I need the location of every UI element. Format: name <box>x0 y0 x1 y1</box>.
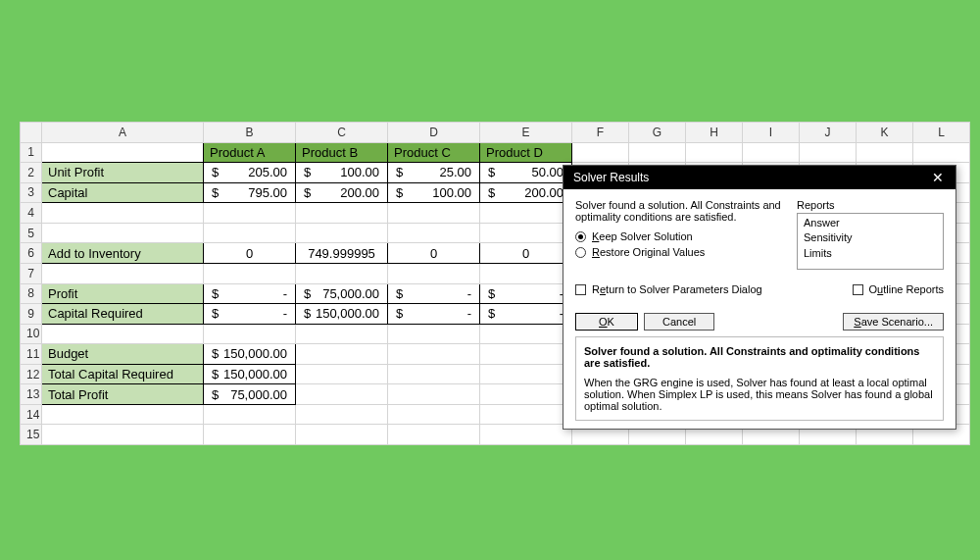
cell-D9[interactable]: $- <box>388 304 480 325</box>
cell-E1[interactable]: Product D <box>480 142 572 163</box>
cell[interactable] <box>629 142 686 163</box>
report-option-sensitivity[interactable]: Sensitivity <box>804 230 937 245</box>
cell[interactable] <box>480 384 572 405</box>
close-icon[interactable]: ✕ <box>926 170 950 185</box>
cell[interactable] <box>572 142 629 163</box>
save-scenario-button[interactable]: Save Scenario... <box>843 313 944 331</box>
cell-B9[interactable]: $- <box>204 304 296 325</box>
cell-A8[interactable]: Profit <box>42 283 204 304</box>
row-header[interactable]: 11 <box>21 344 42 365</box>
cell[interactable] <box>480 344 572 365</box>
row-header[interactable]: 3 <box>21 182 42 203</box>
cell-A2[interactable]: Unit Profit <box>42 163 204 183</box>
col-header-B[interactable]: B <box>204 123 296 143</box>
cell[interactable] <box>480 404 572 425</box>
row-header[interactable]: 4 <box>21 203 42 224</box>
cell[interactable] <box>388 203 480 224</box>
col-header-F[interactable]: F <box>572 123 629 143</box>
table-row[interactable]: 1 Product A Product B Product C Product … <box>21 142 970 163</box>
row-header[interactable]: 5 <box>21 223 42 243</box>
cell-D2[interactable]: $25.00 <box>388 163 480 183</box>
cell-A1[interactable] <box>42 142 204 163</box>
cancel-button[interactable]: Cancel <box>644 313 714 331</box>
cell-E2[interactable]: $50.00 <box>480 163 572 183</box>
cell-C3[interactable]: $200.00 <box>296 182 388 203</box>
cell[interactable] <box>204 324 296 344</box>
row-header[interactable]: 9 <box>21 304 42 325</box>
cell[interactable] <box>204 223 296 243</box>
report-option-limits[interactable]: Limits <box>804 246 937 261</box>
cell-C1[interactable]: Product B <box>296 142 388 163</box>
cell-B2[interactable]: $205.00 <box>204 163 296 183</box>
cell[interactable] <box>913 142 970 163</box>
cell[interactable] <box>388 324 480 344</box>
cell[interactable] <box>388 425 480 445</box>
cell[interactable] <box>42 324 204 344</box>
cell-B3[interactable]: $795.00 <box>204 182 296 203</box>
cell[interactable] <box>480 425 572 445</box>
col-header-C[interactable]: C <box>296 123 388 143</box>
cell[interactable] <box>743 142 800 163</box>
cell-B1[interactable]: Product A <box>204 142 296 163</box>
cell[interactable] <box>296 384 388 405</box>
cell[interactable] <box>204 404 296 425</box>
cell[interactable] <box>296 425 388 445</box>
cell[interactable] <box>204 425 296 445</box>
row-header[interactable]: 8 <box>21 283 42 304</box>
cell[interactable] <box>204 203 296 224</box>
cell-E3[interactable]: $200.00 <box>480 182 572 203</box>
row-header[interactable]: 10 <box>21 324 42 344</box>
cell[interactable] <box>388 384 480 405</box>
select-all-cell[interactable] <box>21 123 42 143</box>
cell-B11[interactable]: $150,000.00 <box>204 344 296 365</box>
cell-A3[interactable]: Capital <box>42 182 204 203</box>
cell[interactable] <box>388 404 480 425</box>
cell[interactable] <box>296 324 388 344</box>
cell[interactable] <box>388 344 480 365</box>
cell-A11[interactable]: Budget <box>42 344 204 365</box>
checkbox-return-params[interactable]: Return to Solver Parameters Dialog <box>575 283 762 295</box>
cell[interactable] <box>480 324 572 344</box>
cell-C8[interactable]: $75,000.00 <box>296 283 388 304</box>
row-header[interactable]: 2 <box>21 163 42 183</box>
cell-E6[interactable]: 0 <box>480 243 572 264</box>
cell-A9[interactable]: Capital Required <box>42 304 204 325</box>
cell[interactable] <box>42 263 204 283</box>
cell[interactable] <box>388 223 480 243</box>
cell[interactable] <box>800 142 857 163</box>
cell-D3[interactable]: $100.00 <box>388 182 480 203</box>
cell-C2[interactable]: $100.00 <box>296 163 388 183</box>
cell-E8[interactable]: $- <box>480 283 572 304</box>
radio-keep-solution[interactable]: Keep Solver Solution <box>575 230 783 242</box>
cell-A13[interactable]: Total Profit <box>42 384 204 405</box>
cell[interactable] <box>686 142 743 163</box>
cell-E9[interactable]: $- <box>480 304 572 325</box>
col-header-E[interactable]: E <box>480 123 572 143</box>
row-header[interactable]: 13 <box>21 384 42 405</box>
row-header[interactable]: 12 <box>21 364 42 384</box>
cell[interactable] <box>857 142 913 163</box>
col-header-L[interactable]: L <box>913 123 970 143</box>
col-header-D[interactable]: D <box>388 123 480 143</box>
report-option-answer[interactable]: Answer <box>804 216 937 230</box>
col-header-A[interactable]: A <box>42 123 204 143</box>
cell-B13[interactable]: $75,000.00 <box>204 384 296 405</box>
cell-B8[interactable]: $- <box>204 283 296 304</box>
radio-restore-values[interactable]: Restore Original Values <box>575 246 783 258</box>
reports-listbox[interactable]: Answer Sensitivity Limits <box>797 213 944 270</box>
row-header[interactable]: 7 <box>21 263 42 283</box>
row-header[interactable]: 14 <box>21 404 42 425</box>
col-header-I[interactable]: I <box>743 123 800 143</box>
cell[interactable] <box>42 203 204 224</box>
col-header-K[interactable]: K <box>857 123 913 143</box>
cell-A12[interactable]: Total Capital Required <box>42 364 204 384</box>
col-header-H[interactable]: H <box>686 123 743 143</box>
col-header-J[interactable]: J <box>800 123 857 143</box>
cell[interactable] <box>296 404 388 425</box>
row-header[interactable]: 6 <box>21 243 42 264</box>
cell[interactable] <box>42 223 204 243</box>
cell[interactable] <box>296 263 388 283</box>
col-header-G[interactable]: G <box>629 123 686 143</box>
cell-D1[interactable]: Product C <box>388 142 480 163</box>
row-header[interactable]: 15 <box>21 425 42 445</box>
